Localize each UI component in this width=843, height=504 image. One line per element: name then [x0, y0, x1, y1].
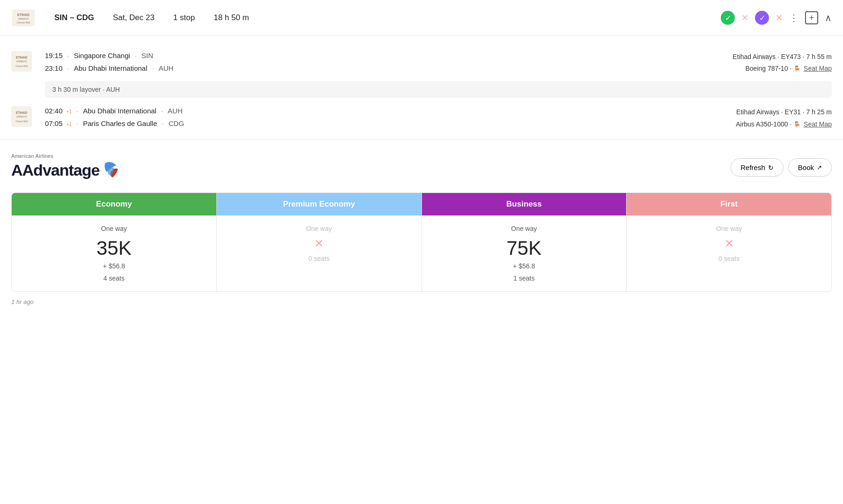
fare-amount-economy: 35K — [18, 237, 210, 259]
arrive-airport-1: Abu Dhabi International — [74, 62, 148, 74]
x-icon-2: ✕ — [776, 13, 783, 23]
arrive-code-2: CDG — [169, 117, 184, 130]
flight-details: ETIHAD AIRWAYS Choose Well 19:15 · Singa… — [0, 36, 843, 140]
refresh-button[interactable]: Refresh ↻ — [731, 158, 784, 177]
segment-1-info: Etihad Airways · EY473 · 7 h 55 m Boeing… — [443, 49, 832, 74]
fare-label-first: One way — [633, 225, 825, 232]
arrive-sup-2: +1 — [67, 120, 72, 129]
svg-text:AIRWAYS: AIRWAYS — [18, 17, 29, 20]
fare-label-economy: One way — [18, 225, 210, 232]
header-duration: 18 h 50 m — [214, 13, 249, 22]
fare-body-business: One way 75K + $56.8 1 seats — [422, 215, 627, 291]
depart-code-1: SIN — [141, 49, 153, 62]
fare-body-economy: One way 35K + $56.8 4 seats — [12, 215, 216, 291]
depart-airport-1: Singapore Changi — [74, 49, 130, 62]
header-stops: 1 stop — [173, 13, 195, 22]
depart-time-1: 19:15 — [45, 49, 63, 62]
arrive-airport-2: Paris Charles de Gaulle — [83, 117, 157, 130]
airline-logo-header: ETIHAD AIRWAYS Choose Well — [11, 8, 36, 27]
arrive-time-2: 07:05 — [45, 117, 63, 130]
segment-2-arrive: 07:05+1 · Paris Charles de Gaulle · CDG — [45, 117, 434, 130]
seat-map-link-2[interactable]: Seat Map — [804, 120, 832, 128]
segment-1-airline-info: Etihad Airways · EY473 · 7 h 55 m — [443, 51, 832, 63]
fare-seats-economy: 4 seats — [18, 274, 210, 282]
segment-2: ETIHAD AIRWAYS Choose Well 02:40+1 · Abu… — [11, 104, 832, 130]
aa-program-small: American Airlines — [11, 153, 122, 159]
svg-text:AIRWAYS: AIRWAYS — [16, 115, 27, 118]
segment-1-arrive: 23:10 · Abu Dhabi International · AUH — [45, 62, 434, 74]
x-icon-1: ✕ — [741, 13, 748, 23]
fare-unavailable-first: ✕ — [633, 237, 825, 250]
fare-card-business: Business One way 75K + $56.8 1 seats — [422, 193, 627, 291]
segment-2-aircraft-info: Airbus A350-1000 · 🪑 Seat Map — [443, 119, 832, 130]
seat-map-link-1[interactable]: Seat Map — [804, 65, 832, 72]
header-date: Sat, Dec 23 — [113, 13, 155, 22]
action-buttons: Refresh ↻ Book ↗ — [731, 158, 832, 177]
fare-label-business: One way — [429, 225, 620, 232]
fare-seats-premium: 0 seats — [223, 255, 415, 262]
timestamp: 1 hr ago — [11, 298, 832, 305]
depart-sup-2: +1 — [67, 108, 72, 116]
fare-card-first: First One way ✕ 0 seats — [627, 193, 831, 291]
book-button[interactable]: Book ↗ — [788, 158, 832, 177]
fare-body-first: One way ✕ 0 seats — [627, 215, 831, 291]
segment-2-info: Etihad Airways · EY31 · 7 h 25 m Airbus … — [443, 104, 832, 130]
segment-2-depart: 02:40+1 · Abu Dhabi International · AUH — [45, 104, 434, 117]
svg-text:Choose Well: Choose Well — [17, 21, 30, 24]
svg-text:Choose Well: Choose Well — [15, 65, 27, 67]
fare-header-business: Business — [422, 193, 627, 215]
fare-amount-business: 75K — [429, 237, 620, 259]
layover-bar: 3 h 30 m layover · AUH — [45, 81, 832, 98]
check-icon-2[interactable]: ✓ — [755, 11, 769, 25]
segment-2-airline-info: Etihad Airways · EY31 · 7 h 25 m — [443, 106, 832, 118]
arrive-code-1: AUH — [159, 62, 174, 74]
fare-unavailable-premium: ✕ — [223, 237, 415, 250]
fare-header-first: First — [627, 193, 831, 215]
svg-text:AIRWAYS: AIRWAYS — [16, 60, 27, 63]
fare-fee-business: + $56.8 — [429, 262, 620, 270]
segment-1: ETIHAD AIRWAYS Choose Well 19:15 · Singa… — [11, 49, 832, 74]
aa-bird-icon — [101, 159, 122, 182]
fare-header-premium: Premium Economy — [217, 193, 422, 215]
fare-seats-first: 0 seats — [633, 255, 825, 262]
depart-time-2: 02:40 — [45, 104, 63, 117]
fare-card-premium: Premium Economy One way ✕ 0 seats — [217, 193, 422, 291]
segment-2-times: 02:40+1 · Abu Dhabi International · AUH … — [45, 104, 434, 130]
fare-header-economy: Economy — [12, 193, 216, 215]
add-icon[interactable]: + — [805, 11, 818, 24]
header-icons: ✓ ✕ ✓ ✕ ⋮ + ∧ — [721, 11, 832, 25]
svg-text:Choose Well: Choose Well — [15, 120, 27, 123]
fare-label-premium: One way — [223, 225, 415, 232]
segment-1-aircraft-info: Boeing 787-10 · 🪑 Seat Map — [443, 63, 832, 74]
svg-text:ETIHAD: ETIHAD — [16, 56, 28, 59]
etihad-logo-1: ETIHAD AIRWAYS Choose Well — [11, 49, 36, 73]
fare-body-premium: One way ✕ 0 seats — [217, 215, 422, 291]
etihad-logo-2: ETIHAD AIRWAYS Choose Well — [11, 104, 36, 128]
aa-program-name: AAdvantage — [11, 162, 99, 179]
header-route: SIN – CDG — [54, 13, 94, 22]
collapse-icon[interactable]: ∧ — [825, 12, 832, 23]
depart-airport-2: Abu Dhabi International — [83, 104, 156, 117]
svg-text:ETIHAD: ETIHAD — [16, 111, 28, 114]
share-icon[interactable]: ⋮ — [789, 12, 799, 23]
segment-1-times: 19:15 · Singapore Changi · SIN 23:10 · A… — [45, 49, 434, 74]
loyalty-logo: American Airlines AAdvantage — [11, 153, 122, 182]
depart-code-2: AUH — [168, 104, 183, 117]
bottom-section: American Airlines AAdvantage — [0, 140, 843, 311]
fare-card-economy: Economy One way 35K + $56.8 4 seats — [12, 193, 217, 291]
loyalty-header: American Airlines AAdvantage — [11, 153, 832, 182]
flight-header: ETIHAD AIRWAYS Choose Well SIN – CDG Sat… — [0, 0, 843, 36]
check-icon-1[interactable]: ✓ — [721, 11, 735, 25]
svg-text:ETIHAD: ETIHAD — [17, 13, 30, 16]
arrive-time-1: 23:10 — [45, 62, 63, 74]
segment-1-depart: 19:15 · Singapore Changi · SIN — [45, 49, 434, 62]
fare-cards: Economy One way 35K + $56.8 4 seats Prem… — [11, 193, 832, 292]
fare-fee-economy: + $56.8 — [18, 262, 210, 270]
fare-seats-business: 1 seats — [429, 274, 620, 282]
